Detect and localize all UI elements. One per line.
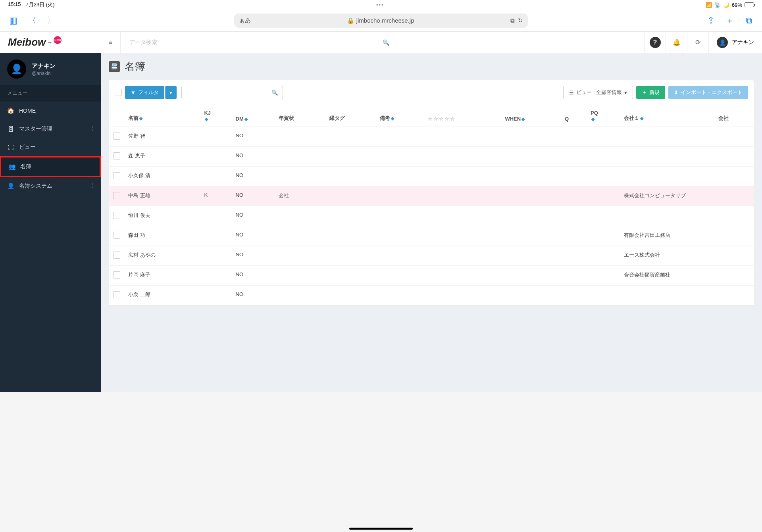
wifi-icon: 📡 <box>714 2 721 8</box>
nav-master[interactable]: 🗄 マスター管理 〈 <box>0 120 101 138</box>
notifications-button[interactable]: 🔔 <box>666 32 687 53</box>
view-selector-button[interactable]: ☰ ビュー : 全顧客情報 ▾ <box>563 86 633 99</box>
table-search-input[interactable] <box>181 86 267 99</box>
cell-kaisha2 <box>714 127 754 147</box>
help-button[interactable]: ? <box>644 32 666 53</box>
table-row[interactable]: 小泉 二郎NO <box>109 286 754 305</box>
cell-q <box>561 127 587 147</box>
row-checkbox[interactable] <box>113 232 120 239</box>
cell-kj <box>200 206 231 226</box>
logo[interactable]: Meibow → Beta <box>0 32 101 53</box>
col-biko[interactable]: 備考◆ <box>376 105 424 127</box>
nav-meibo[interactable]: 👥 名簿 <box>0 156 101 177</box>
home-icon: 🏠 <box>7 107 14 114</box>
cell-kaisha2 <box>714 246 754 266</box>
cell-dm: NO <box>232 286 275 305</box>
cell-kaisha2 <box>714 167 754 186</box>
cell-when <box>501 266 561 286</box>
global-search[interactable]: データ検索 🔍 <box>121 39 644 46</box>
cell-q <box>561 286 587 305</box>
col-tag[interactable]: 縁タグ <box>325 105 376 127</box>
cell-biko <box>376 186 424 206</box>
cell-nengajo <box>275 286 325 305</box>
cell-dm: NO <box>232 186 275 206</box>
row-checkbox[interactable] <box>113 172 120 179</box>
cell-stars <box>424 286 501 305</box>
nav-system[interactable]: 👤 名簿システム 〈 <box>0 177 101 195</box>
import-export-button[interactable]: ⬇ インポート・エクスポート <box>668 86 748 99</box>
cell-kaisha2 <box>714 147 754 167</box>
table-row[interactable]: 森田 巧NO有限会社吉田工務店 <box>109 226 754 246</box>
table-row[interactable]: 恒川 俊夫NO <box>109 206 754 226</box>
cell-tag <box>325 206 376 226</box>
select-all-checkbox[interactable] <box>115 89 122 96</box>
nav-home[interactable]: 🏠 HOME <box>0 102 101 120</box>
cell-when <box>501 246 561 266</box>
col-when[interactable]: WHEN◆ <box>501 105 561 127</box>
table-toolbar: ▼ フィルタ ▾ 🔍 ☰ ビュー : 全顧客情報 ▾ <box>109 80 754 105</box>
filter-button[interactable]: ▼ フィルタ <box>125 86 164 99</box>
cell-name: 片岡 麻子 <box>124 266 200 286</box>
table-row[interactable]: 中島 正雄KNO会社株式会社コンピュータリブ <box>109 186 754 206</box>
nav-view[interactable]: ⛶ ビュー <box>0 138 101 156</box>
row-checkbox[interactable] <box>113 152 120 159</box>
col-kaisha2[interactable]: 会社 <box>714 105 754 127</box>
row-checkbox[interactable] <box>113 271 120 278</box>
cell-kaisha1 <box>620 286 714 305</box>
profile-block[interactable]: 👤 アナキン @anakin <box>0 53 101 85</box>
share-icon[interactable]: ⇪ <box>705 15 717 26</box>
forward-button[interactable]: 〉 <box>45 15 57 27</box>
tabs-icon[interactable]: ⧉ <box>743 15 755 26</box>
col-kaisha1[interactable]: 会社１◆ <box>620 105 714 127</box>
sidebar: Meibow → Beta 👤 アナキン @anakin メニュー 🏠 HOME… <box>0 32 101 392</box>
table-search-button[interactable]: 🔍 <box>267 86 283 99</box>
filter-dropdown[interactable]: ▾ <box>165 86 177 99</box>
cell-dm: NO <box>232 226 275 246</box>
cell-when <box>501 186 561 206</box>
cell-q <box>561 206 587 226</box>
cell-dm: NO <box>232 246 275 266</box>
col-pq[interactable]: PQ◆ <box>587 105 620 127</box>
address-book-icon: 📇 <box>109 61 120 72</box>
row-checkbox[interactable] <box>113 291 120 298</box>
profile-name: アナキン <box>32 62 56 70</box>
cell-nengajo <box>275 206 325 226</box>
row-checkbox[interactable] <box>113 252 120 259</box>
cell-pq <box>587 147 620 167</box>
col-name[interactable]: 名前◆ <box>124 105 200 127</box>
table-row[interactable]: 片岡 麻子NO合資会社額賀産業社 <box>109 266 754 286</box>
table-row[interactable]: 森 恵子NO <box>109 147 754 167</box>
cell-tag <box>325 127 376 147</box>
cell-stars <box>424 186 501 206</box>
user-menu[interactable]: 👤 アナキン <box>708 32 762 53</box>
col-stars[interactable]: ☆☆☆☆☆ <box>424 105 501 127</box>
col-nengajo[interactable]: 年賀状 <box>275 105 325 127</box>
sidebar-toggle-icon[interactable]: ▥ <box>7 15 19 26</box>
cell-dm: NO <box>232 167 275 186</box>
cell-dm: NO <box>232 266 275 286</box>
cell-tag <box>325 186 376 206</box>
new-button[interactable]: ＋ 新規 <box>636 86 665 99</box>
table-row[interactable]: 小久保 清NO <box>109 167 754 186</box>
refresh-button[interactable]: ⟳ <box>687 32 708 53</box>
cell-pq <box>587 286 620 305</box>
reload-icon[interactable]: ↻ <box>518 17 523 24</box>
reader-button[interactable]: ぁあ <box>239 17 251 24</box>
row-checkbox[interactable] <box>113 212 120 219</box>
col-dm[interactable]: DM◆ <box>232 105 275 127</box>
new-tab-icon[interactable]: ＋ <box>724 15 736 27</box>
col-kj[interactable]: KJ◆ <box>200 105 231 127</box>
chevron-left-icon: 〈 <box>88 182 94 190</box>
puzzle-icon[interactable]: ⧉ <box>510 17 515 24</box>
table-row[interactable]: 佐野 智NO <box>109 127 754 147</box>
cell-nengajo <box>275 266 325 286</box>
main-area: ≡ データ検索 🔍 ? 🔔 ⟳ 👤 アナキン 📇 名簿 <box>101 32 762 392</box>
table-row[interactable]: 広村 あやのNOエース株式会社 <box>109 246 754 266</box>
row-checkbox[interactable] <box>113 133 120 140</box>
row-checkbox[interactable] <box>113 192 120 199</box>
cell-q <box>561 186 587 206</box>
back-button[interactable]: 〈 <box>26 15 38 27</box>
hamburger-button[interactable]: ≡ <box>101 32 121 53</box>
url-bar[interactable]: ぁあ 🔒 jimbocho.mrcheese.jp ⧉ ↻ <box>234 13 528 28</box>
col-q[interactable]: Q <box>561 105 587 127</box>
